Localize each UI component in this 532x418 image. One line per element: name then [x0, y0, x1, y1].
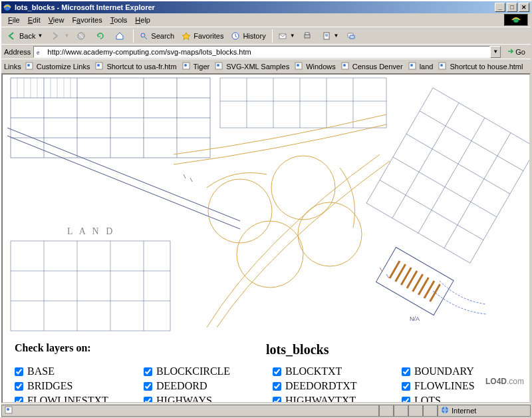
- layer-checkbox-blocktxt[interactable]: [273, 367, 281, 376]
- layer-checkbox-flowlines[interactable]: [402, 382, 410, 391]
- refresh-icon: [95, 31, 106, 41]
- search-icon: [138, 31, 149, 41]
- search-button[interactable]: Search: [136, 29, 177, 43]
- layer-highwaytxt[interactable]: HIGHWAYTXT: [273, 395, 388, 403]
- layer-checkbox-lots[interactable]: [402, 397, 410, 404]
- stop-icon: [76, 31, 86, 41]
- edit-button[interactable]: ▼: [319, 29, 342, 43]
- svg-rect-7: [305, 35, 310, 38]
- mail-button[interactable]: ▼: [275, 29, 298, 43]
- home-button[interactable]: [112, 29, 130, 43]
- mail-dropdown-icon[interactable]: ▼: [290, 33, 295, 39]
- fwd-dropdown-icon[interactable]: ▼: [64, 33, 69, 39]
- svg-point-89: [7, 408, 9, 411]
- layer-checkbox-highwaytxt[interactable]: [273, 397, 281, 404]
- menu-favorites[interactable]: Favorites: [68, 15, 106, 25]
- page-link-icon: [438, 62, 448, 71]
- refresh-button[interactable]: [92, 29, 110, 43]
- links-item-2[interactable]: Tiger: [182, 62, 210, 71]
- svg-map[interactable]: L A N D N/A: [3, 75, 529, 334]
- layer-checkbox-bridges[interactable]: [15, 382, 23, 391]
- svg-rect-8: [305, 33, 309, 35]
- status-cell-3: [408, 405, 423, 417]
- go-label: Go: [515, 48, 525, 56]
- mail-icon: [277, 31, 288, 41]
- history-button[interactable]: History: [227, 29, 268, 43]
- page-link-icon: [215, 62, 224, 71]
- layer-checkbox-boundary[interactable]: [402, 367, 410, 376]
- favorites-label: Favorites: [194, 32, 223, 40]
- links-item-1[interactable]: Shortcut to usa-fr.htm: [95, 62, 176, 71]
- layer-base[interactable]: BASE: [15, 365, 130, 377]
- svg-point-19: [217, 64, 219, 67]
- layer-checkbox-highways[interactable]: [144, 397, 152, 404]
- svg-point-13: [27, 64, 30, 67]
- edit-dropdown-icon[interactable]: ▼: [334, 33, 339, 39]
- menu-file[interactable]: File: [4, 15, 24, 25]
- status-zone: Internet: [438, 405, 531, 417]
- stop-button[interactable]: [73, 29, 91, 43]
- layer-label: BLOCKTXT: [285, 365, 342, 377]
- page-title: lots_blocks: [266, 342, 517, 357]
- layer-label: HIGHWAYTXT: [285, 395, 356, 403]
- watermark: LO4D.com: [485, 377, 524, 386]
- status-text: [1, 405, 379, 417]
- layer-bridges[interactable]: BRIDGES: [15, 380, 130, 392]
- favorites-button[interactable]: Favorites: [178, 29, 226, 43]
- layer-label: DEEDORDTXT: [285, 380, 357, 392]
- window-title: lots_blocks - Microsoft Internet Explore…: [15, 3, 155, 11]
- check-layers-heading: Check layers on:: [15, 342, 266, 357]
- layer-checkbox-flowlinestxt[interactable]: [15, 397, 23, 404]
- layer-lots[interactable]: LOTS: [402, 395, 517, 403]
- menu-help[interactable]: Help: [131, 15, 154, 25]
- links-item-6[interactable]: land: [408, 62, 434, 71]
- maximize-button[interactable]: □: [507, 3, 517, 12]
- address-input[interactable]: [33, 46, 490, 58]
- layer-checkbox-deedordtxt[interactable]: [273, 382, 281, 391]
- layer-boundary[interactable]: BOUNDARY: [402, 365, 517, 377]
- layer-label: BLOCKCIRCLE: [156, 365, 230, 377]
- forward-button[interactable]: ▼: [47, 29, 72, 43]
- layer-blockcircle[interactable]: BLOCKCIRCLE: [144, 365, 259, 377]
- links-item-7[interactable]: Shortcut to house.html: [438, 62, 523, 71]
- back-button[interactable]: Back ▼: [4, 29, 45, 43]
- layer-blocktxt[interactable]: BLOCKTXT: [273, 365, 388, 377]
- page-icon: [5, 406, 13, 415]
- links-item-4[interactable]: Windows: [295, 62, 336, 71]
- menu-edit[interactable]: Edit: [24, 15, 45, 25]
- menu-tools[interactable]: Tools: [106, 15, 132, 25]
- minimize-button[interactable]: _: [495, 3, 505, 12]
- layer-deedord[interactable]: DEEDORD: [144, 380, 259, 392]
- layer-checkbox-base[interactable]: [15, 367, 23, 376]
- address-dropdown-icon[interactable]: ▼: [490, 46, 501, 58]
- layer-checkbox-deedord[interactable]: [144, 382, 152, 391]
- close-button[interactable]: ✕: [519, 3, 529, 12]
- discuss-button[interactable]: [343, 29, 361, 43]
- address-label: Address: [4, 48, 31, 56]
- back-label: Back: [19, 32, 35, 40]
- status-cell-2: [394, 405, 408, 417]
- layer-highways[interactable]: HIGHWAYS: [144, 395, 259, 403]
- svg-point-15: [97, 64, 100, 67]
- title-bar: lots_blocks - Microsoft Internet Explore…: [1, 1, 531, 13]
- history-label: History: [243, 32, 265, 40]
- layer-label: BASE: [27, 365, 55, 377]
- status-bar: Internet: [1, 403, 531, 417]
- layer-label: FLOWLINESTXT: [27, 395, 108, 403]
- svg-point-17: [184, 64, 187, 67]
- back-dropdown-icon[interactable]: ▼: [37, 33, 43, 39]
- address-bar: Address ▼ Go: [1, 44, 531, 59]
- links-item-3[interactable]: SVG-XML Samples: [215, 62, 289, 71]
- status-cell-1: [379, 405, 394, 417]
- layer-label: DEEDORD: [156, 380, 207, 392]
- status-cell-4: [423, 405, 438, 417]
- layer-deedordtxt[interactable]: DEEDORDTXT: [273, 380, 388, 392]
- layer-flowlinestxt[interactable]: FLOWLINESTXT: [15, 395, 130, 403]
- links-item-5[interactable]: Census Denver: [341, 62, 403, 71]
- page-link-icon: [25, 62, 35, 71]
- links-item-0[interactable]: Customize Links: [25, 62, 90, 71]
- menu-view[interactable]: View: [45, 15, 68, 25]
- print-button[interactable]: [299, 29, 317, 43]
- layer-checkbox-blockcircle[interactable]: [144, 367, 152, 376]
- go-button[interactable]: Go: [503, 45, 528, 59]
